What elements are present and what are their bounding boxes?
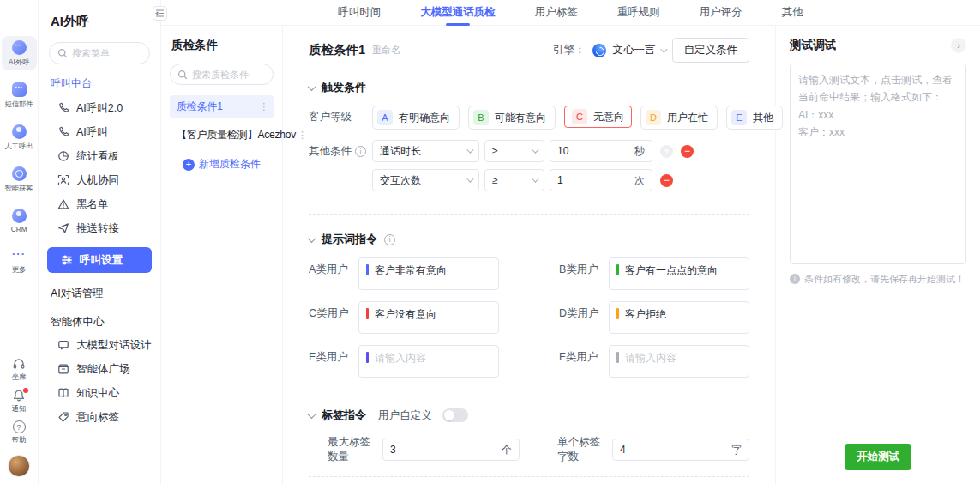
chevron-down-icon — [532, 175, 538, 182]
ai-outbound-icon — [12, 40, 27, 55]
collapse-chevron-icon[interactable] — [308, 234, 316, 243]
test-note: i 条件如有修改，请先保存再开始测试！ — [790, 273, 966, 286]
condition-value-input[interactable] — [557, 145, 634, 157]
manual-call-icon — [12, 124, 27, 139]
search-icon — [177, 70, 188, 80]
sidebar-item-intent-tags[interactable]: 意向标签 — [49, 405, 150, 429]
remove-condition-button[interactable]: − — [681, 145, 694, 158]
sidebar-item-knowledge-center[interactable]: 知识中心 — [49, 381, 150, 405]
sidebar-collapse-button[interactable] — [153, 6, 167, 21]
color-bar — [366, 352, 369, 363]
add-condition-button[interactable]: + — [660, 145, 673, 158]
test-text-input[interactable] — [790, 64, 966, 264]
qc-list-item[interactable]: 【客户质量检测】Acezhov ⋮ — [170, 124, 274, 147]
sidebar-item-ai-call-20[interactable]: AI呼叫2.0 — [49, 96, 150, 120]
sidebar-item-dashboard[interactable]: 统计看板 — [49, 144, 150, 168]
wenxin-engine-icon — [592, 44, 606, 57]
prompt-textarea-c[interactable]: 客户没有意向 — [358, 301, 499, 334]
tab-user-score[interactable]: 用户评分 — [700, 0, 743, 26]
grade-tag-c[interactable]: C 无意向 — [564, 106, 632, 128]
qc-list-item[interactable]: 质检条件1 ⋮ — [170, 95, 274, 118]
prompt-textarea-b[interactable]: 客户有一点点的意向 — [609, 257, 749, 290]
rail-item-manual-call[interactable]: 人工呼出 — [2, 120, 37, 154]
prompt-item-b: B类用户 客户有一点点的意向 — [559, 257, 749, 290]
icon-rail: AI外呼 短信部件 人工呼出 智能获客 CRM ··· 更多 — [0, 0, 39, 484]
grade-tag-b[interactable]: B 可能有意向 — [468, 106, 556, 130]
prompt-textarea-d[interactable]: 客户拒绝 — [609, 301, 749, 334]
condition-value-input[interactable] — [557, 174, 634, 186]
settings-tab-bar: 呼叫时间 大模型通话质检 用户标签 重呼规则 用户评分 其他 — [161, 0, 980, 26]
tab-user-tags[interactable]: 用户标签 — [535, 0, 578, 26]
condition-value-field: 秒 — [550, 140, 652, 162]
sidebar-section-agent-center[interactable]: 智能体中心 — [51, 315, 150, 330]
info-icon: i — [790, 274, 800, 284]
search-icon — [57, 48, 68, 58]
prompt-textarea-f[interactable]: 请输入内容 — [609, 345, 749, 378]
remove-condition-button[interactable]: − — [660, 174, 673, 187]
sidebar-item-blacklist[interactable]: 黑名单 — [49, 192, 150, 216]
condition-operator-select[interactable]: ≥ — [484, 169, 544, 191]
paper-plane-icon — [57, 222, 69, 234]
condition-row: 交互次数 ≥ 次 − — [372, 169, 694, 191]
user-avatar[interactable] — [8, 455, 30, 477]
phone-plus-icon — [57, 102, 69, 114]
qc-search[interactable] — [170, 64, 274, 85]
qc-search-input[interactable] — [192, 70, 266, 80]
sidebar-item-push-transfer[interactable]: 推送转接 — [49, 216, 150, 240]
prompt-item-d: D类用户 客户拒绝 — [559, 301, 749, 334]
collapse-chevron-icon[interactable] — [308, 410, 316, 419]
collapse-chevron-icon[interactable] — [308, 82, 316, 91]
rail-item-ai-outbound[interactable]: AI外呼 — [2, 36, 37, 70]
item-more-icon[interactable]: ⋮ — [257, 101, 268, 112]
panel-collapse-button[interactable]: › — [951, 38, 966, 53]
tab-other[interactable]: 其他 — [782, 0, 803, 26]
user-custom-toggle[interactable] — [442, 408, 468, 422]
grade-tag-a[interactable]: A 有明确意向 — [372, 106, 460, 130]
archive-box-icon — [57, 363, 69, 375]
tab-llm-call-qc[interactable]: 大模型通话质检 — [420, 0, 496, 26]
rail-item-leads[interactable]: 智能获客 — [2, 162, 37, 197]
sms-widget-icon — [12, 82, 27, 97]
smart-leads-icon — [12, 166, 27, 181]
tag-word-count-field: 字 — [612, 439, 749, 461]
engine-select[interactable]: 文心一言 — [613, 43, 665, 57]
qc-condition-form: 质检条件1 重命名 引擎： 文心一言 自定义条件 触发条件 客户等级 — [283, 26, 776, 484]
tag-word-count-input[interactable] — [620, 444, 731, 456]
more-icon: ··· — [12, 248, 26, 263]
condition-row: 通话时长 ≥ 秒 + − — [372, 140, 694, 162]
add-qc-condition-button[interactable]: + 新增质检条件 — [170, 157, 274, 172]
sidebar-item-human-machine[interactable]: 人机协同 — [49, 168, 150, 192]
max-tag-count-input[interactable] — [390, 444, 502, 456]
condition-operator-select[interactable]: ≥ — [484, 140, 544, 162]
prompt-textarea-e[interactable]: 请输入内容 — [358, 345, 499, 378]
sidebar-search-input[interactable] — [72, 48, 141, 58]
prompt-item-e: E类用户 请输入内容 — [309, 345, 499, 378]
rail-item-agent-seat[interactable]: 坐席 — [11, 357, 27, 383]
condition-field-select[interactable]: 交互次数 — [372, 169, 479, 191]
sidebar-section-ai-dialog[interactable]: AI对话管理 — [51, 287, 150, 301]
rail-item-crm[interactable]: CRM — [2, 204, 37, 236]
rail-item-sms[interactable]: 短信部件 — [2, 78, 37, 112]
tab-call-time[interactable]: 呼叫时间 — [338, 0, 381, 26]
rail-item-help[interactable]: ? 帮助 — [11, 420, 27, 445]
sidebar-item-ai-call[interactable]: AI呼叫 — [49, 120, 150, 144]
sidebar-item-llm-dialog-design[interactable]: 大模型对话设计 — [49, 333, 150, 357]
sidebar-search[interactable] — [49, 42, 150, 64]
custom-condition-button[interactable]: 自定义条件 — [672, 38, 750, 63]
grade-tag-d[interactable]: D 用户在忙 — [640, 106, 718, 130]
sidebar-item-agent-plaza[interactable]: 智能体广场 — [49, 357, 150, 381]
sidebar-group-call-center[interactable]: 呼叫中台 — [51, 76, 150, 91]
sidebar-item-call-settings[interactable]: 呼叫设置 — [47, 247, 152, 273]
prompt-textarea-a[interactable]: 客户非常有意向 — [358, 257, 499, 290]
condition-field-select[interactable]: 通话时长 — [372, 140, 479, 162]
rail-item-notifications[interactable]: 通知 — [11, 389, 27, 414]
rail-item-more[interactable]: ··· 更多 — [2, 244, 37, 278]
start-test-button[interactable]: 开始测试 — [845, 444, 911, 470]
grade-tag-e[interactable]: E 其他 — [726, 106, 783, 130]
rename-link[interactable]: 重命名 — [372, 44, 400, 57]
test-panel-title: 测试调试 — [790, 38, 836, 53]
other-conditions-label: 其他条件 i — [309, 140, 372, 159]
help-icon: ? — [13, 420, 26, 433]
tab-recall-rules[interactable]: 重呼规则 — [617, 0, 660, 26]
color-bar — [616, 264, 619, 275]
